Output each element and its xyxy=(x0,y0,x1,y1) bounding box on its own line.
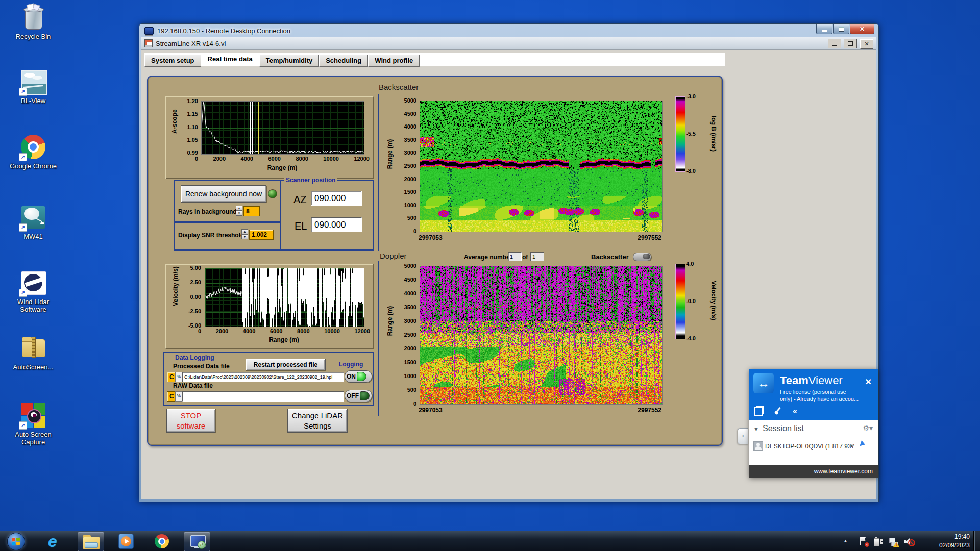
el-label: EL xyxy=(295,220,307,232)
volume-muted-icon[interactable] xyxy=(904,537,914,546)
teamviewer-footer: www.teamviewer.com xyxy=(749,465,878,478)
processed-path-field[interactable]: C:\Lidar\Data\Proc\2023\202309\20230902\… xyxy=(182,372,344,382)
snr-spinner[interactable]: ▲▼ xyxy=(241,229,248,239)
tick-label: 4000 xyxy=(404,290,416,296)
of-total-field[interactable]: 1 xyxy=(530,252,544,261)
desktop-icon-mw41[interactable]: ↗ MW41 xyxy=(5,204,61,240)
processed-logging-toggle[interactable]: ON xyxy=(345,370,372,383)
action-center-flag-icon[interactable]: ✕ xyxy=(859,537,868,546)
renew-background-button[interactable]: Renew background now xyxy=(181,185,266,203)
shortcut-arrow-icon: ↗ xyxy=(19,88,27,96)
rays-value[interactable]: 8 xyxy=(243,206,260,216)
teamviewer-brush-icon[interactable] xyxy=(774,408,781,415)
doppler-yticks: 5000450040003500300025002000150010005000 xyxy=(397,263,416,407)
taskbar-wmp-icon[interactable] xyxy=(113,532,139,550)
average-number-field[interactable]: 1 xyxy=(508,252,522,261)
start-button[interactable] xyxy=(3,532,29,550)
session-list-collapse-icon[interactable]: ▼ xyxy=(753,426,759,432)
processed-file-label: Processed Data file xyxy=(173,363,230,370)
app-window-title: StreamLine XR v14-6.vi xyxy=(156,40,226,47)
tick-label: 0 xyxy=(198,328,201,334)
backscatter-toggle[interactable] xyxy=(633,253,651,261)
tab-system-setup[interactable]: System setup xyxy=(144,55,201,67)
tick-label: 0 xyxy=(413,228,416,234)
processed-path-type-icon[interactable]: % xyxy=(175,372,182,382)
tray-expand-icon[interactable]: ▲ xyxy=(843,538,848,543)
app-vi-icon xyxy=(144,39,153,47)
tick-label: 1000 xyxy=(404,202,416,208)
taskbar-clock[interactable]: 19:40 02/09/2023 xyxy=(939,533,970,550)
az-field[interactable]: 090.000 xyxy=(311,191,362,206)
doppler-x-end: 2997552 xyxy=(585,407,662,414)
app-restore-button[interactable] xyxy=(844,39,857,48)
rdp-minimize-button[interactable] xyxy=(816,24,832,34)
power-battery-icon[interactable] xyxy=(874,537,883,546)
tick-label: -5.5 xyxy=(686,131,696,137)
raw-path-field[interactable] xyxy=(182,391,344,402)
tick-label: 10000 xyxy=(324,328,340,334)
taskbar-ie-icon[interactable]: e xyxy=(40,532,65,550)
shortcut-arrow-icon: ↗ xyxy=(19,153,27,161)
app-title-bar[interactable]: StreamLine XR v14-6.vi ✕ xyxy=(141,37,876,50)
teamviewer-sessions-icon[interactable] xyxy=(754,407,763,416)
teamviewer-link[interactable]: www.teamviewer.com xyxy=(814,468,873,475)
desktop-icon-recycle-bin[interactable]: Recycle Bin xyxy=(5,4,61,40)
desktop-icon-auto-screen-capture[interactable]: ↗ Auto Screen Capture xyxy=(5,402,61,446)
taskbar-rdp-icon[interactable]: ⇄ xyxy=(184,532,210,551)
rdp-close-button[interactable]: ✕ xyxy=(850,24,874,34)
el-field[interactable]: 090.000 xyxy=(311,217,362,232)
tick-label: 4500 xyxy=(404,111,416,117)
rdp-maximize-button[interactable] xyxy=(833,24,849,34)
desktop-icon-label: Google Chrome xyxy=(5,162,61,170)
app-close-button[interactable]: ✕ xyxy=(860,39,873,49)
doppler-title: Doppler xyxy=(380,252,407,260)
tab-real-time-data[interactable]: Real time data xyxy=(201,53,259,66)
desktop-icon-google-chrome[interactable]: ↗ Google Chrome xyxy=(5,134,61,170)
background-controls-group: Renew background now Rays in background … xyxy=(174,180,281,223)
desktop-icon-wind-lidar[interactable]: ↗ Wind Lidar Software xyxy=(5,269,61,313)
taskbar-explorer-icon[interactable] xyxy=(78,532,104,551)
desktop-icon-bl-view[interactable]: ↗ BL-View xyxy=(5,68,61,105)
desktop-icon-label: Recycle Bin xyxy=(5,33,61,40)
snr-value[interactable]: 1.002 xyxy=(249,230,274,240)
wind-lidar-icon: ↗ xyxy=(20,269,46,296)
ascope-ylabel: A-scope xyxy=(171,106,178,137)
tab-temp-humidity[interactable]: Temp/humidity xyxy=(259,55,319,67)
doppler-heatmap xyxy=(420,266,663,405)
tick-label: 0.00 xyxy=(190,294,201,300)
remote-control-cursor-icon[interactable] xyxy=(860,440,866,447)
change-lidar-settings-button[interactable]: Change LiDARSettings xyxy=(287,409,348,433)
scanner-position-group: Scanner position AZ 090.000 EL 090.000 xyxy=(280,180,374,251)
tick-label: 3500 xyxy=(404,137,416,143)
rdp-title-bar[interactable]: 192.168.0.150 - Remote Desktop Connectio… xyxy=(139,24,878,37)
teamviewer-expand-tab[interactable]: › xyxy=(738,428,748,444)
teamviewer-close-icon[interactable]: ✕ xyxy=(865,377,872,387)
tick-label: 5000 xyxy=(404,263,416,269)
restart-processed-file-button[interactable]: Restart processed file xyxy=(246,359,326,370)
velocity-xlabel: Range (m) xyxy=(205,336,363,343)
desktop-icon-autoscreen-zip[interactable]: AutoScreen... xyxy=(5,335,61,371)
device-name[interactable]: DESKTOP-OE0QDVI (1 817 937 xyxy=(765,443,854,450)
doppler-ylabel: Range (m) xyxy=(386,300,394,341)
app-minimize-button[interactable] xyxy=(828,39,841,48)
velocity-group: Velocity (m/s) 5.002.500.00-2.50-5.00 02… xyxy=(165,264,374,349)
doppler-x-start: 2997053 xyxy=(419,407,443,414)
taskbar-chrome-icon[interactable] xyxy=(149,532,175,550)
raw-logging-toggle[interactable]: OFF xyxy=(345,390,372,402)
device-dropdown-icon[interactable]: ▼ xyxy=(849,443,854,448)
network-icon[interactable]: ! xyxy=(889,537,898,546)
tab-scheduling[interactable]: Scheduling xyxy=(319,55,368,67)
tab-wind-profile[interactable]: Wind profile xyxy=(368,55,420,67)
raw-path-type-icon[interactable]: % xyxy=(175,391,182,402)
tick-label: -0.0 xyxy=(686,298,696,304)
session-list-gear-icon[interactable]: ⚙▾ xyxy=(863,424,873,432)
show-desktop-button[interactable] xyxy=(973,531,980,551)
tick-label: 4500 xyxy=(404,277,416,283)
backscatter-ylabel: Range (m) xyxy=(386,134,394,174)
stop-software-button[interactable]: STOPsoftware xyxy=(166,409,215,433)
ascope-yticks: 1.201.151.101.050.99 xyxy=(179,98,198,156)
tick-label: 3000 xyxy=(404,149,416,156)
tick-label: 0 xyxy=(195,156,198,162)
rays-spinner[interactable]: ▲▼ xyxy=(236,206,242,216)
teamviewer-collapse-icon[interactable]: « xyxy=(793,407,797,416)
